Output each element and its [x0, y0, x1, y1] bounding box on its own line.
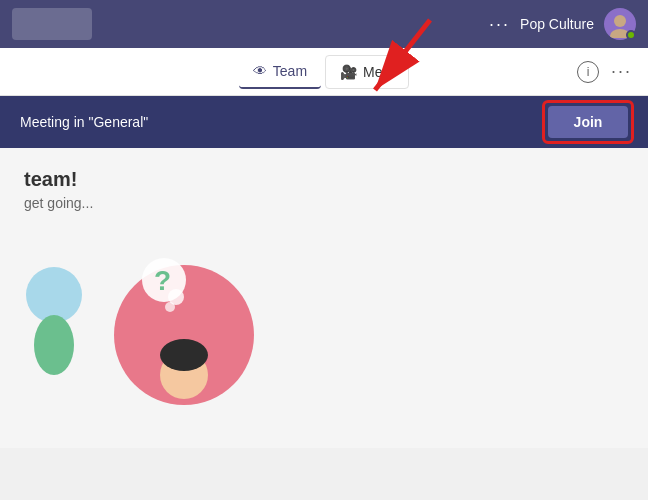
team-tab-icon: 👁 — [253, 63, 267, 79]
svg-point-2 — [26, 267, 82, 323]
svg-point-0 — [614, 15, 626, 27]
team-tab-label: Team — [273, 63, 307, 79]
main-content-area: team! get going... ? — [0, 148, 648, 448]
tab-bar: 👁 Team 🎥 Meet i ··· — [0, 48, 648, 96]
welcome-heading: team! — [24, 168, 624, 191]
subtitle-text: get going... — [24, 195, 624, 211]
svg-point-10 — [160, 339, 208, 371]
svg-text:?: ? — [154, 265, 171, 296]
header-more-button[interactable]: ··· — [489, 14, 510, 35]
info-button[interactable]: i — [577, 61, 599, 83]
tab-team[interactable]: 👁 Team — [239, 55, 321, 89]
tab-bar-right-actions: i ··· — [577, 61, 632, 83]
header-left-area — [12, 8, 92, 40]
channel-name-label: Pop Culture — [520, 16, 594, 32]
tab-meet[interactable]: 🎥 Meet — [325, 55, 409, 89]
join-button-wrapper: Join — [548, 106, 628, 138]
meet-tab-label: Meet — [363, 64, 394, 80]
svg-point-3 — [34, 315, 74, 375]
center-illustration: ? — [104, 235, 264, 415]
svg-point-7 — [165, 302, 175, 312]
meeting-title-label: Meeting in "General" — [20, 114, 148, 130]
user-avatar-wrapper[interactable] — [604, 8, 636, 40]
more-options-button[interactable]: ··· — [611, 61, 632, 82]
join-button[interactable]: Join — [548, 106, 628, 138]
avatar-status-indicator — [626, 30, 636, 40]
meet-tab-icon: 🎥 — [340, 64, 357, 80]
header-right-area: ··· Pop Culture — [489, 8, 636, 40]
meeting-bar: Meeting in "General" Join — [0, 96, 648, 148]
header-bar: ··· Pop Culture — [0, 0, 648, 48]
left-illustration — [24, 235, 104, 395]
illustration-area: ? — [24, 235, 624, 415]
